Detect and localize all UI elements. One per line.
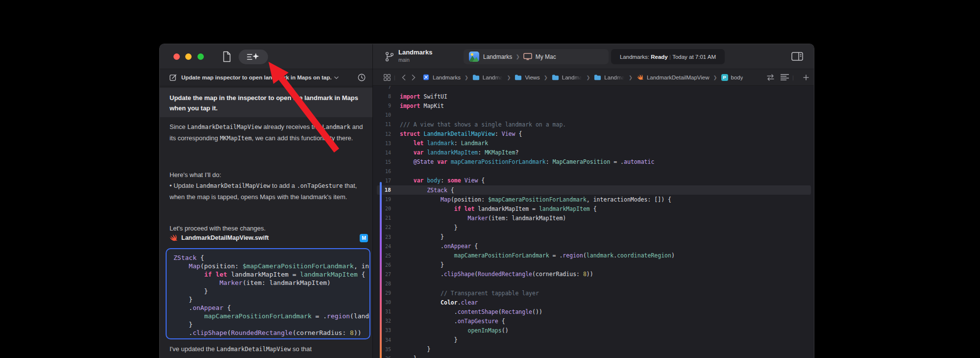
code-line-33[interactable]: 33 openInMaps() — [373, 326, 814, 335]
line-number: 35 — [373, 347, 395, 352]
breadcrumb-item-landmarks[interactable]: Landmarks — [422, 74, 461, 80]
snippet-line: ZStack { — [173, 254, 369, 262]
activity-status[interactable]: Landmarks: Ready | Today at 7:01 AM — [611, 49, 725, 64]
close-window-button[interactable] — [173, 53, 180, 60]
code-line-14[interactable]: 14 var landmarkMapItem: MKMapItem? — [373, 148, 814, 157]
code-line-7[interactable]: 7 — [373, 86, 814, 92]
code-line-27[interactable]: 27 .clipShape(RoundedRectangle(cornerRad… — [373, 270, 814, 279]
breadcrumb-label: Landma — [604, 75, 625, 80]
source-editor[interactable]: 78import SwiftUI9import MapKit1011/// A … — [373, 86, 814, 358]
line-number: 16 — [373, 169, 395, 174]
jump-bar: | Landmarks❯Landma❯Views❯Landma❯Landma❯L… — [373, 69, 814, 86]
assistant-panel-toolbar — [160, 44, 372, 69]
code-line-26[interactable]: 26 } — [373, 260, 814, 270]
line-number: 30 — [373, 300, 395, 305]
assistant-task-row[interactable]: Update map inspector to open landmark in… — [160, 69, 372, 86]
zoom-window-button[interactable] — [197, 53, 204, 60]
landmarks-app-icon — [469, 51, 479, 62]
xcode-window: Update map inspector to open landmark in… — [159, 44, 814, 358]
code-line-29[interactable]: 29 // Transparent tappable layer — [373, 288, 814, 298]
chevron-separator: ❯ — [586, 75, 590, 80]
run-destination: My Mac — [536, 53, 556, 60]
scheme-selector[interactable]: Landmarks ❯ My Mac — [464, 49, 609, 64]
code-line-19[interactable]: 19 Map(position: $mapCameraPositionForLa… — [373, 195, 814, 204]
code-line-31[interactable]: 31 .contentShape(Rectangle()) — [373, 307, 814, 316]
changed-file-name: LandmarkDetailMapView.swift — [181, 234, 269, 241]
assistant-code-snippet[interactable]: ZStack { Map(position: $mapCameraPositio… — [166, 248, 370, 339]
breadcrumb-item-landma[interactable]: Landma — [472, 74, 503, 80]
screenshot-stage: Update map inspector to open landmark in… — [0, 0, 980, 358]
code-line-28[interactable]: 28 — [373, 279, 814, 288]
line-number: 23 — [373, 234, 395, 240]
breadcrumb-item-landmarkdetailmapview[interactable]: LandmarkDetailMapView — [637, 74, 710, 80]
code-line-11[interactable]: 11/// A view that shows a single landmar… — [373, 120, 814, 129]
code-line-30[interactable]: 30 Color.clear — [373, 298, 814, 307]
code-line-34[interactable]: 34 } — [373, 335, 814, 345]
line-number: 33 — [373, 328, 395, 333]
line-number: 25 — [373, 253, 395, 258]
clock-history-icon[interactable] — [358, 74, 366, 81]
changed-file-chip[interactable]: LandmarkDetailMapView.swift M — [170, 232, 368, 243]
forward-chevron-icon[interactable] — [412, 75, 416, 80]
adjust-lines-icon[interactable] — [781, 74, 789, 80]
status-prefix: Landmarks: — [620, 54, 651, 60]
breadcrumb-item-views[interactable]: Views — [514, 74, 539, 80]
line-number: 19 — [373, 197, 395, 202]
xcode-toolbar: Landmarks main Landmarks ❯ — [373, 44, 814, 69]
code-line-21[interactable]: 21 Marker(item: landmarkMapItem) — [373, 213, 814, 223]
line-number: 10 — [373, 112, 395, 118]
code-line-23[interactable]: 23 } — [373, 232, 814, 242]
code-line-16[interactable]: 16 — [373, 167, 814, 176]
code-line-13[interactable]: 13 let landmark: Landmark — [373, 139, 814, 148]
code-line-35[interactable]: 35 } — [373, 345, 814, 354]
snippet-line: } — [173, 320, 369, 329]
breadcrumb-label: Landmarks — [433, 75, 461, 80]
code-line-8[interactable]: 8import SwiftUI — [373, 92, 814, 101]
line-number: 29 — [373, 290, 395, 296]
code-line-36[interactable]: 36 } — [373, 354, 814, 358]
minimize-window-button[interactable] — [185, 53, 192, 60]
code-line-12[interactable]: 12struct LandmarkDetailMapView: View { — [373, 129, 814, 138]
coding-assistant-panel: Update map inspector to open landmark in… — [160, 44, 373, 358]
user-message: Update the map in the inspector to open … — [160, 88, 372, 117]
editor-layout-icon[interactable] — [384, 74, 391, 81]
project-name[interactable]: Landmarks — [398, 49, 432, 56]
swap-arrows-icon[interactable] — [766, 74, 775, 81]
code-line-32[interactable]: 32 .onTapGesture { — [373, 316, 814, 326]
assistant-sparkle-icon — [247, 52, 260, 61]
line-number: 28 — [373, 281, 395, 286]
document-icon[interactable] — [222, 51, 231, 62]
folder-icon — [552, 74, 559, 80]
code-line-24[interactable]: 24 .onAppear { — [373, 242, 814, 251]
line-number: 24 — [373, 244, 395, 249]
line-number: 11 — [373, 122, 395, 127]
git-branch-icon — [385, 51, 394, 62]
snippet-line: } — [173, 295, 369, 304]
code-line-10[interactable]: 10 — [373, 110, 814, 120]
breadcrumb-label: LandmarkDetailMapView — [647, 75, 710, 80]
line-number: 15 — [373, 159, 395, 165]
breadcrumb-item-landma[interactable]: Landma — [594, 74, 625, 80]
code-line-18[interactable]: 18 ZStack { — [373, 185, 814, 195]
xcode-main-area: Landmarks main Landmarks ❯ — [373, 44, 814, 358]
modified-badge: M — [360, 234, 368, 242]
code-line-20[interactable]: 20 if let landmarkMapItem = landmarkMapI… — [373, 204, 814, 213]
code-line-9[interactable]: 9import MapKit — [373, 101, 814, 110]
assistant-toggle-button[interactable] — [239, 50, 268, 64]
code-line-17[interactable]: 17 var body: some View { — [373, 176, 814, 185]
snippet-line: mapCameraPositionForLandmark = .region(l… — [173, 312, 369, 320]
code-line-25[interactable]: 25 mapCameraPositionForLandmark = .regio… — [373, 251, 814, 260]
assistant-paragraph: I've updated the LandmarkDetailMapView s… — [170, 344, 369, 355]
code-line-15[interactable]: 15 @State var mapCameraPositionForLandma… — [373, 157, 814, 167]
code-line-22[interactable]: 22 } — [373, 223, 814, 232]
breadcrumb-item-landma[interactable]: Landma — [552, 74, 583, 80]
line-number: 13 — [373, 141, 395, 146]
add-editor-icon[interactable] — [803, 75, 809, 80]
inspector-toggle-button[interactable] — [791, 51, 804, 62]
jump-bar-controls: | — [760, 74, 809, 81]
breadcrumb-item-body[interactable]: Pbody — [721, 74, 743, 81]
line-number: 32 — [373, 318, 395, 324]
chevron-down-icon[interactable] — [334, 76, 339, 79]
snippet-line: if let landmarkMapItem = landmarkMapItem… — [173, 270, 369, 279]
back-chevron-icon[interactable] — [402, 75, 406, 80]
